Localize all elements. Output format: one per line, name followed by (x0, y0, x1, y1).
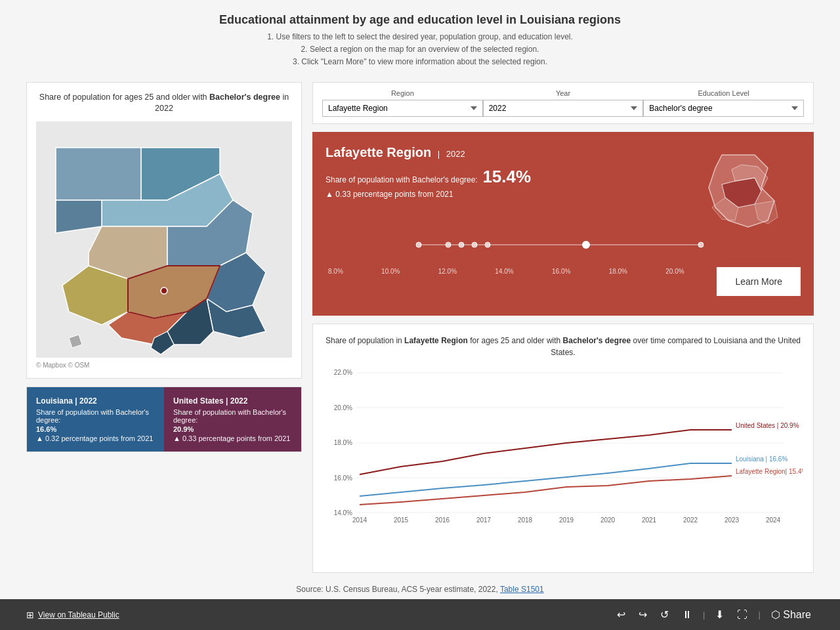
us-change: ▲ 0.33 percentage points from 2021 (173, 434, 292, 442)
map-title-mid: for ages 25 and older with (113, 93, 207, 102)
svg-point-8 (485, 242, 490, 247)
svg-text:Lafayette Region| 15.4%: Lafayette Region| 15.4% (736, 468, 803, 475)
instruction-2: 2. Select a region on the map for an ove… (26, 43, 814, 56)
region-filter-label: Region (322, 89, 483, 97)
svg-text:2017: 2017 (476, 516, 492, 524)
source-bar: Source: U.S. Census Bureau, ACS 5-year e… (0, 579, 840, 599)
main-content: Share of population for ages 25 and olde… (0, 75, 840, 579)
svg-point-9 (583, 242, 589, 248)
filters-row: Region Lafayette RegionBaton Rouge Regio… (322, 89, 804, 117)
source-link[interactable]: Table S1501 (500, 585, 544, 594)
svg-point-4 (416, 242, 421, 247)
us-stat-box[interactable]: United States | 2022 Share of population… (164, 387, 301, 452)
svg-text:2016: 2016 (435, 516, 450, 524)
map-title-bold: Bachelor's degree (209, 93, 280, 102)
svg-text:Louisiana | 16.6%: Louisiana | 16.6% (736, 455, 788, 463)
svg-point-6 (459, 242, 464, 247)
us-share-label: Share of population with Bachelor's degr… (173, 408, 292, 424)
footer-divider-2: | (758, 610, 760, 620)
page-wrapper: Educational attainment by age and educat… (0, 0, 840, 630)
axis-label-6: 20.0% (665, 268, 684, 275)
region-name: Lafayette Region (326, 145, 431, 159)
axis-label-4: 16.0% (552, 268, 570, 275)
svg-text:2024: 2024 (766, 516, 781, 524)
source-text: Source: U.S. Census Bureau, ACS 5-year e… (296, 585, 498, 594)
region-share-value: 15.4% (482, 167, 531, 186)
region-share-text: Share of population with Bachelor's degr… (326, 175, 478, 184)
louisiana-share-label: Share of population with Bachelor's degr… (36, 408, 155, 424)
svg-text:2023: 2023 (724, 516, 740, 524)
axis-label-0: 8.0% (328, 268, 343, 275)
instruction-3: 3. Click "Learn More" to view more infor… (26, 56, 814, 68)
map-title-start: Share of population (39, 93, 110, 102)
svg-text:18.0%: 18.0% (334, 439, 352, 446)
filters-card: Region Lafayette RegionBaton Rouge Regio… (312, 82, 814, 124)
footer-controls: ↩ ↪ ↺ ⏸ | ⬇ ⛶ | ⬡ Share (614, 606, 814, 623)
year-select[interactable]: 201420152016201720182019202020212022 (483, 100, 644, 117)
region-filter-group: Region Lafayette RegionBaton Rouge Regio… (322, 89, 483, 117)
header: Educational attainment by age and educat… (0, 0, 840, 75)
region-select[interactable]: Lafayette RegionBaton Rouge RegionNew Or… (322, 100, 483, 117)
svg-text:2019: 2019 (559, 516, 574, 524)
svg-point-7 (472, 242, 477, 247)
us-share-value: 20.9% (173, 425, 292, 433)
louisiana-stat-box[interactable]: Louisiana | 2022 Share of population wit… (27, 387, 164, 452)
share-button[interactable]: ⬡ Share (768, 606, 814, 623)
footer-left: ⊞ View on Tableau Public (26, 610, 119, 620)
footer-divider-1: | (703, 610, 705, 620)
education-filter-label: Education Level (643, 89, 804, 97)
svg-point-1 (161, 287, 167, 294)
education-select[interactable]: Bachelor's degreeHigh school diplomaGrad… (643, 100, 804, 117)
download-button[interactable]: ⬇ (713, 606, 726, 623)
louisiana-share-value: 16.6% (36, 425, 155, 433)
map-card-title: Share of population for ages 25 and olde… (36, 92, 292, 115)
year-filter-label: Year (483, 89, 644, 97)
map-card: Share of population for ages 25 and olde… (26, 82, 302, 379)
line-chart-svg-container: 22.0% 20.0% 18.0% 16.0% 14.0% 2014 2015 … (324, 366, 803, 524)
year-filter-group: Year 20142015201620172018201920202021202… (483, 89, 644, 117)
svg-text:20.0%: 20.0% (334, 404, 352, 411)
map-attribution: © Mapbox © OSM (36, 362, 292, 369)
axis-label-5: 18.0% (609, 268, 627, 275)
louisiana-title: Louisiana | 2022 (36, 396, 155, 406)
view-on-tableau[interactable]: View on Tableau Public (38, 610, 119, 620)
undo-button[interactable]: ↩ (614, 606, 628, 623)
education-filter-group: Education Level Bachelor's degreeHigh sc… (643, 89, 804, 117)
instruction-1: 1. Use filters to the left to select the… (26, 31, 814, 43)
share-label: Share (783, 609, 811, 620)
pause-button[interactable]: ⏸ (679, 606, 695, 623)
svg-text:2014: 2014 (352, 516, 368, 524)
line-chart-title: Share of population in Lafayette Region … (324, 335, 803, 358)
tableau-icon: ⊞ (26, 610, 34, 620)
us-title: United States | 2022 (173, 396, 292, 406)
axis-label-1: 10.0% (381, 268, 400, 275)
svg-text:2022: 2022 (683, 516, 698, 524)
louisiana-change: ▲ 0.32 percentage points from 2021 (36, 434, 155, 442)
learn-more-button[interactable]: Learn More (717, 267, 801, 296)
region-detail-card[interactable]: Lafayette Region | 2022 Share of populat… (312, 132, 814, 316)
svg-text:16.0%: 16.0% (334, 474, 352, 482)
fullscreen-button[interactable]: ⛶ (734, 606, 750, 623)
svg-text:2020: 2020 (600, 516, 616, 524)
stats-card: Louisiana | 2022 Share of population wit… (26, 387, 302, 452)
region-year: 2022 (446, 149, 465, 159)
svg-text:United States | 20.9%: United States | 20.9% (736, 422, 799, 429)
svg-point-10 (698, 242, 704, 247)
svg-text:2021: 2021 (642, 516, 657, 524)
left-panel: Share of population for ages 25 and olde… (26, 82, 302, 573)
share-icon: ⬡ (771, 609, 780, 620)
page-title: Educational attainment by age and educat… (26, 13, 814, 27)
svg-text:2018: 2018 (518, 516, 533, 524)
redo-button[interactable]: ↪ (636, 606, 650, 623)
right-panel: Region Lafayette RegionBaton Rouge Regio… (312, 82, 814, 573)
axis-label-3: 14.0% (495, 268, 513, 275)
revert-button[interactable]: ↺ (658, 606, 671, 623)
louisiana-map[interactable] (36, 121, 292, 358)
map-svg (36, 121, 292, 358)
svg-text:14.0%: 14.0% (334, 509, 352, 516)
svg-point-5 (446, 242, 451, 247)
axis-label-2: 12.0% (438, 268, 457, 275)
svg-text:2015: 2015 (394, 516, 409, 524)
line-chart-card: Share of population in Lafayette Region … (312, 324, 814, 573)
footer: ⊞ View on Tableau Public ↩ ↪ ↺ ⏸ | ⬇ ⛶ |… (0, 599, 840, 630)
